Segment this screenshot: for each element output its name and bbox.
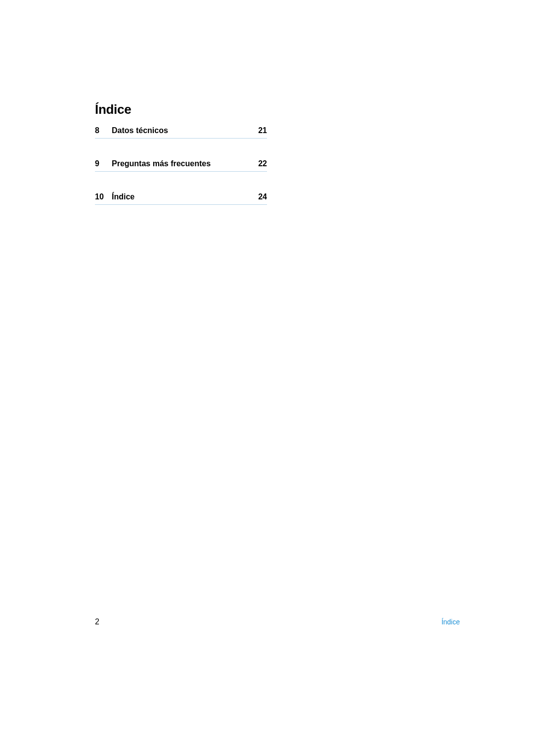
toc-entry[interactable]: 9 Preguntas más frecuentes 22 xyxy=(95,156,267,172)
toc-entry-page: 24 xyxy=(258,192,267,201)
page-footer: 2 Índice xyxy=(95,617,460,626)
toc-container: Índice 8 Datos técnicos 21 9 Preguntas m… xyxy=(95,102,267,205)
footer-page-number: 2 xyxy=(95,617,99,626)
toc-entry-number: 10 xyxy=(95,192,112,201)
toc-entry-page: 21 xyxy=(258,126,267,135)
toc-entry[interactable]: 8 Datos técnicos 21 xyxy=(95,123,267,139)
footer-section-label: Índice xyxy=(442,618,460,626)
toc-entry-number: 9 xyxy=(95,159,112,168)
toc-entry-page: 22 xyxy=(258,159,267,168)
toc-entry[interactable]: 10 Índice 24 xyxy=(95,189,267,205)
toc-title: Índice xyxy=(95,102,267,117)
toc-entry-label: Índice xyxy=(112,192,258,201)
toc-entry-label: Datos técnicos xyxy=(112,126,258,135)
toc-entry-label: Preguntas más frecuentes xyxy=(112,159,258,168)
toc-entry-number: 8 xyxy=(95,126,112,135)
